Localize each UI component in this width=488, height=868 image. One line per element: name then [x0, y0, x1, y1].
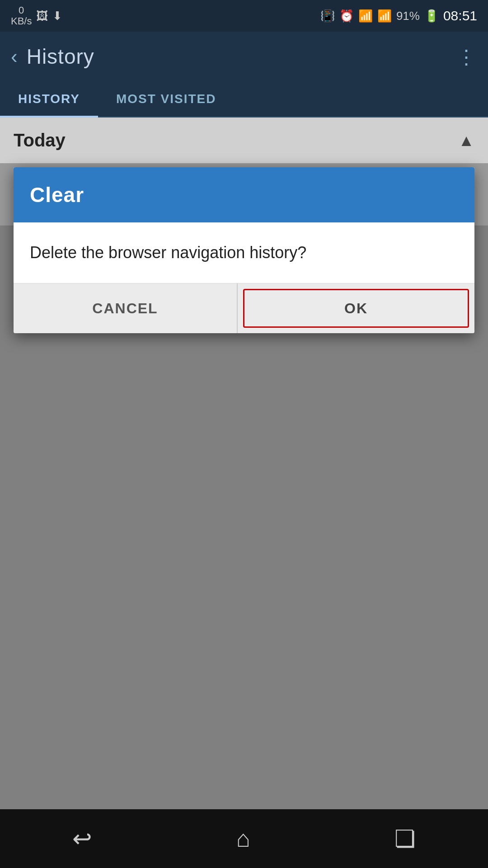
- content-area: Today ▲ ↑ Google https://www.google.com/…: [0, 118, 488, 809]
- tab-bar: HISTORY MOST VISITED: [0, 81, 488, 118]
- nav-bar: ↩ ⌂ ❏: [0, 809, 488, 868]
- status-left: 0 KB/s 🖼 ⬇: [11, 5, 62, 27]
- dialog-overlay: Clear Delete the browser navigation hist…: [0, 118, 488, 809]
- wifi-icon: 📶: [358, 9, 373, 23]
- dialog-title: Clear: [30, 183, 84, 207]
- header-left: ‹ History: [11, 44, 94, 69]
- more-options-button[interactable]: ⋮: [456, 45, 477, 68]
- ok-button[interactable]: OK: [243, 289, 469, 328]
- back-nav-button[interactable]: ↩: [72, 825, 92, 852]
- download-icon: ⬇: [52, 9, 62, 23]
- battery-label: 91%: [396, 9, 420, 23]
- dialog-header: Clear: [14, 167, 474, 222]
- battery-icon: 🔋: [424, 9, 439, 23]
- status-bar: 0 KB/s 🖼 ⬇ 📳 ⏰ 📶 📶 91% 🔋 08:51: [0, 0, 488, 32]
- time-label: 08:51: [443, 8, 477, 24]
- kb-label: 0 KB/s: [11, 5, 32, 27]
- cancel-button[interactable]: CANCEL: [14, 283, 237, 333]
- apps-nav-button[interactable]: ❏: [394, 825, 416, 852]
- back-button[interactable]: ‹: [11, 45, 18, 68]
- tab-most-visited[interactable]: MOST VISITED: [98, 82, 235, 118]
- dialog-body: Delete the browser navigation history?: [14, 222, 474, 283]
- vibrate-icon: 📳: [320, 9, 335, 23]
- home-nav-button[interactable]: ⌂: [236, 825, 250, 852]
- signal-icon: 📶: [377, 9, 392, 23]
- header: ‹ History ⋮: [0, 32, 488, 81]
- dialog-message: Delete the browser navigation history?: [30, 243, 306, 262]
- dialog-divider: [237, 283, 238, 333]
- clear-dialog: Clear Delete the browser navigation hist…: [14, 167, 474, 333]
- status-right: 📳 ⏰ 📶 📶 91% 🔋 08:51: [320, 8, 477, 24]
- dialog-actions: CANCEL OK: [14, 283, 474, 333]
- tab-history[interactable]: HISTORY: [0, 82, 98, 118]
- alarm-icon: ⏰: [339, 9, 354, 23]
- page-title: History: [27, 44, 94, 69]
- screenshot-icon: 🖼: [36, 9, 48, 23]
